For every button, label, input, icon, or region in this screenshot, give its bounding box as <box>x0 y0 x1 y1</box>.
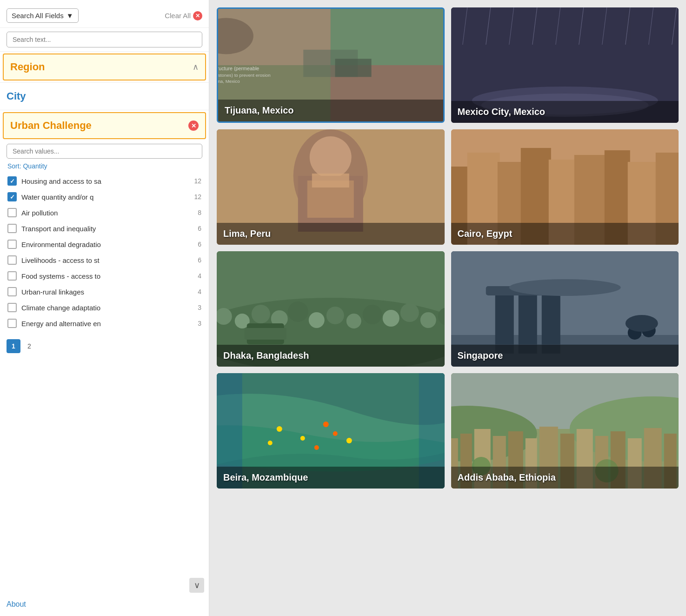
checkbox-food-count: 4 <box>198 272 201 280</box>
svg-point-53 <box>252 305 270 323</box>
pagination: 1 2 <box>0 335 209 357</box>
urban-challenge-filter-label: Urban Challenge <box>10 120 92 132</box>
checkbox-energy[interactable] <box>7 319 17 328</box>
list-item[interactable]: Transport and inequality 6 <box>7 221 202 236</box>
search-all-dropdown[interactable]: Search All Fields ▼ <box>7 8 79 23</box>
checkbox-food-label: Food systems - access to <box>21 272 133 280</box>
svg-point-55 <box>288 301 308 322</box>
list-item[interactable]: Energy and alternative en 3 <box>7 316 202 331</box>
checkbox-transport-count: 6 <box>198 225 201 232</box>
svg-text:in Tijuana, Mexico: in Tijuana, Mexico <box>218 79 240 84</box>
chevron-down-icon: ∨ <box>194 580 200 590</box>
checkbox-air[interactable] <box>7 208 17 217</box>
card-tijuana[interactable]: infrastructure (permeable paving stones)… <box>217 7 445 123</box>
sidebar-top: Search All Fields ▼ Clear All ✕ <box>0 0 209 28</box>
search-all-label: Search All Fields <box>12 12 64 20</box>
svg-point-29 <box>310 136 352 178</box>
svg-point-83 <box>333 431 338 436</box>
page-2-button[interactable]: 2 <box>22 339 36 353</box>
card-singapore[interactable]: Singapore <box>451 251 679 367</box>
card-tijuana-label: Tijuana, Mexico <box>218 100 443 121</box>
card-cairo[interactable]: Cairo, Egypt <box>451 129 679 245</box>
card-addis[interactable]: Addis Ababa, Ethiopia <box>451 373 679 489</box>
sidebar: Search All Fields ▼ Clear All ✕ Region ∧… <box>0 0 209 616</box>
search-text-input[interactable] <box>7 32 202 47</box>
card-mexico-city-label: Mexico City, Mexico <box>451 101 679 123</box>
checkbox-housing-label: Housing and access to sa <box>21 177 133 185</box>
clear-all-label: Clear All <box>165 12 191 20</box>
urban-challenge-filter-body: Sort: Quantity Housing and access to sa … <box>0 141 209 335</box>
svg-rect-32 <box>312 174 349 187</box>
card-singapore-label: Singapore <box>451 345 679 367</box>
card-dhaka[interactable]: Dhaka, Bangladesh <box>217 251 445 367</box>
card-mexico-city[interactable]: Mexico City, Mexico <box>451 7 679 123</box>
checkbox-housing-count: 12 <box>194 177 201 185</box>
checkbox-food[interactable] <box>7 271 17 281</box>
card-beira-label: Beira, Mozambique <box>217 467 445 489</box>
checkbox-water[interactable] <box>7 192 17 201</box>
urban-challenge-filter-header[interactable]: Urban Challenge ✕ <box>3 112 206 139</box>
urban-challenge-remove-icon[interactable]: ✕ <box>188 121 199 131</box>
sort-label: Sort: Quantity <box>7 162 202 170</box>
checkbox-list: Housing and access to sa 12 Water quanti… <box>7 174 202 331</box>
checkbox-transport[interactable] <box>7 224 17 233</box>
svg-point-79 <box>277 426 282 432</box>
svg-point-82 <box>323 422 329 427</box>
city-filter-label: City <box>7 90 26 102</box>
svg-point-85 <box>346 438 352 443</box>
card-beira[interactable]: Beira, Mozambique <box>217 373 445 489</box>
checkbox-env[interactable] <box>7 240 17 249</box>
checkbox-livelihoods-label: Livelihoods - access to st <box>21 256 133 264</box>
list-item[interactable]: Air pollution 8 <box>7 205 202 220</box>
region-chevron-icon: ∧ <box>193 62 199 72</box>
svg-point-72 <box>509 279 620 296</box>
scroll-down-button[interactable]: ∨ <box>189 578 204 593</box>
list-item[interactable]: Urban-rural linkages 4 <box>7 284 202 299</box>
checkbox-livelihoods-count: 6 <box>198 256 201 264</box>
list-item[interactable]: Climate change adaptatio 3 <box>7 300 202 315</box>
svg-point-75 <box>625 315 658 332</box>
about-link[interactable]: About <box>7 600 26 609</box>
checkbox-urban-rural-label: Urban-rural linkages <box>21 288 133 296</box>
checkbox-energy-count: 3 <box>198 320 201 327</box>
svg-point-84 <box>314 445 319 450</box>
checkbox-livelihoods[interactable] <box>7 255 17 265</box>
city-filter-header[interactable]: City <box>0 83 209 110</box>
svg-point-61 <box>400 303 419 322</box>
clear-all-x-icon: ✕ <box>193 11 202 20</box>
svg-text:paving stones) to prevent eros: paving stones) to prevent erosion <box>218 73 271 78</box>
list-item[interactable]: Food systems - access to 4 <box>7 268 202 283</box>
checkbox-energy-label: Energy and alternative en <box>21 320 133 328</box>
urban-challenge-filter-section: Urban Challenge ✕ Sort: Quantity Housing… <box>0 110 209 335</box>
list-item[interactable]: Environmental degradatio 6 <box>7 237 202 252</box>
checkbox-urban-rural[interactable] <box>7 287 17 296</box>
card-lima[interactable]: Lima, Peru <box>217 129 445 245</box>
clear-all-button[interactable]: Clear All ✕ <box>165 11 202 20</box>
search-text-wrap <box>0 28 209 51</box>
list-item[interactable]: Livelihoods - access to st 6 <box>7 253 202 268</box>
region-filter-label: Region <box>10 61 45 73</box>
dropdown-arrow-icon: ▼ <box>67 12 73 20</box>
region-filter-header[interactable]: Region ∧ <box>3 54 206 80</box>
svg-point-56 <box>309 312 325 328</box>
page-1-button[interactable]: 1 <box>7 339 20 353</box>
search-values-input[interactable] <box>7 144 202 159</box>
svg-point-57 <box>326 307 344 324</box>
checkbox-air-count: 8 <box>198 209 201 216</box>
card-lima-label: Lima, Peru <box>217 223 445 245</box>
checkbox-climate-count: 3 <box>198 304 201 311</box>
checkbox-housing[interactable] <box>7 176 17 186</box>
list-item[interactable]: Housing and access to sa 12 <box>7 174 202 188</box>
checkbox-water-count: 12 <box>194 193 201 201</box>
list-item[interactable]: Water quantity and/or q 12 <box>7 189 202 204</box>
svg-rect-68 <box>495 288 513 354</box>
svg-text:infrastructure (permeable: infrastructure (permeable <box>218 66 259 71</box>
svg-point-60 <box>383 310 400 327</box>
checkbox-env-label: Environmental degradatio <box>21 241 133 248</box>
card-grid: infrastructure (permeable paving stones)… <box>217 7 679 489</box>
main-content: infrastructure (permeable paving stones)… <box>209 0 686 616</box>
checkbox-urban-rural-count: 4 <box>198 288 201 295</box>
svg-point-62 <box>420 312 436 328</box>
card-addis-label: Addis Ababa, Ethiopia <box>451 467 679 489</box>
checkbox-climate[interactable] <box>7 303 17 312</box>
